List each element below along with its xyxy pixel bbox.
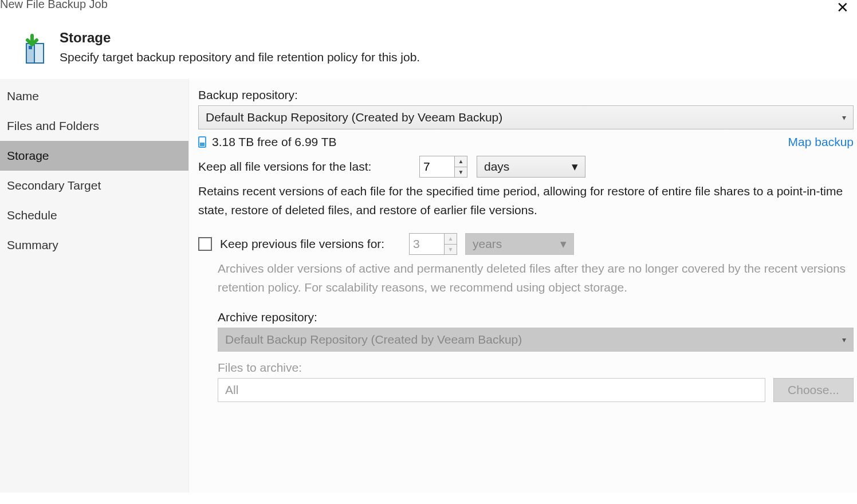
repository-free-space-row: 3.18 TB free of 6.99 TB Map backup [198,135,854,149]
wizard-steps-sidebar: Name Files and Folders Storage Secondary… [0,79,189,493]
sidebar-item-summary[interactable]: Summary [0,230,188,260]
keep-all-versions-label: Keep all file versions for the last: [198,160,410,174]
sidebar-item-schedule[interactable]: Schedule [0,200,188,230]
keep-previous-versions-unit-dropdown: years ▾ [465,233,574,255]
free-space-text: 3.18 TB free of 6.99 TB [212,135,337,149]
spinner-down-icon: ▼ [445,245,457,255]
sidebar-item-name[interactable]: Name [0,81,188,111]
keep-all-versions-description: Retains recent versions of each file for… [198,182,854,219]
keep-all-versions-row: Keep all file versions for the last: ▲ ▼… [198,156,854,178]
chevron-down-icon: ▾ [560,237,567,251]
page-subheading: Specify target backup repository and fil… [60,50,420,64]
disk-icon [198,136,206,148]
page-heading: Storage [60,30,420,46]
keep-previous-versions-label: Keep previous file versions for: [220,237,401,251]
wizard-header-text: Storage Specify target backup repository… [60,30,420,64]
archive-repository-value: Default Backup Repository (Created by Ve… [225,333,522,346]
keep-all-versions-unit: days [484,160,509,174]
choose-button: Choose... [773,378,854,402]
spinner-up-icon[interactable]: ▲ [455,156,467,167]
sidebar-item-secondary-target[interactable]: Secondary Target [0,171,188,200]
window-title: New File Backup Job [0,0,108,11]
sidebar-item-storage[interactable]: Storage [0,141,188,171]
keep-all-versions-spinner[interactable]: ▲ ▼ [419,156,467,178]
backup-repository-dropdown[interactable]: Default Backup Repository (Created by Ve… [198,105,854,129]
keep-all-versions-unit-dropdown[interactable]: days ▾ [477,156,585,178]
keep-all-versions-value[interactable] [420,156,454,177]
wizard-body: Name Files and Folders Storage Secondary… [0,79,857,493]
backup-repository-value: Default Backup Repository (Created by Ve… [206,111,502,124]
chevron-down-icon: ▾ [842,335,846,344]
keep-previous-versions-unit: years [473,237,502,251]
chevron-down-icon: ▾ [842,113,846,122]
keep-previous-versions-value [410,234,444,254]
svg-rect-2 [29,46,32,49]
wizard-header: Storage Specify target backup repository… [0,16,857,79]
storage-header-icon [14,33,46,65]
backup-repository-label: Backup repository: [198,88,854,102]
spinner-down-icon[interactable]: ▼ [455,167,467,178]
titlebar: New File Backup Job ✕ [0,0,857,16]
files-to-archive-value: All [218,378,765,402]
files-to-archive-row: All Choose... [218,378,854,402]
close-icon[interactable]: ✕ [833,0,852,15]
map-backup-link[interactable]: Map backup [788,135,854,149]
keep-previous-versions-description: Archives older versions of active and pe… [218,259,854,297]
archive-repository-label: Archive repository: [218,310,854,324]
files-to-archive-label: Files to archive: [218,361,854,375]
keep-previous-versions-checkbox[interactable] [198,237,212,251]
archive-repository-dropdown: Default Backup Repository (Created by Ve… [218,328,854,352]
chevron-down-icon: ▾ [572,160,578,174]
sidebar-item-files-and-folders[interactable]: Files and Folders [0,111,188,141]
new-file-backup-job-window: New File Backup Job ✕ Storage Specify ta… [0,0,857,504]
storage-settings-panel: Backup repository: Default Backup Reposi… [189,79,857,493]
keep-previous-versions-spinner: ▲ ▼ [409,233,457,255]
keep-previous-versions-row: Keep previous file versions for: ▲ ▼ yea… [198,233,854,255]
spinner-up-icon: ▲ [445,234,457,245]
